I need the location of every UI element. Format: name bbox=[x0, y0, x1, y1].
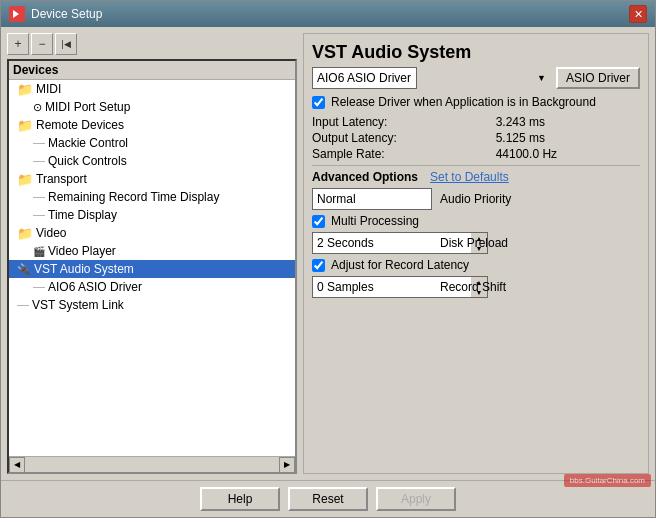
reset-to-default-button[interactable]: |◀ bbox=[55, 33, 77, 55]
tree-label-quick-controls: Quick Controls bbox=[48, 154, 127, 168]
input-latency-label: Input Latency: bbox=[312, 115, 480, 129]
leaf-icon-remaining: — bbox=[33, 190, 45, 204]
record-shift-label: Record Shift bbox=[440, 280, 506, 294]
sample-rate-value: 44100.0 Hz bbox=[496, 147, 640, 161]
tree-item-video-player[interactable]: 🎬 Video Player bbox=[9, 242, 295, 260]
driver-row: AIO6 ASIO Driver ASIO Driver bbox=[312, 67, 640, 89]
record-shift-row: ▲ ▼ Record Shift bbox=[312, 276, 640, 298]
audio-priority-select-wrapper: Normal Boost High bbox=[312, 188, 432, 210]
disk-preload-spinner: ▲ ▼ bbox=[312, 232, 432, 254]
tree-item-vst-system-link[interactable]: — VST System Link bbox=[9, 296, 295, 314]
tree-label-asio-driver: AIO6 ASIO Driver bbox=[48, 280, 142, 294]
disk-preload-label: Disk Preload bbox=[440, 236, 508, 250]
devices-tree[interactable]: 📁 MIDI ⊙ MIDI Port Setup 📁 Remote Device… bbox=[9, 80, 295, 456]
left-panel: + − |◀ Devices 📁 MIDI ⊙ MIDI Port Setup bbox=[7, 33, 297, 474]
scroll-right-button[interactable]: ▶ bbox=[279, 457, 295, 473]
devices-panel: Devices 📁 MIDI ⊙ MIDI Port Setup 📁 bbox=[7, 59, 297, 474]
apply-button[interactable]: Apply bbox=[376, 487, 456, 511]
audio-priority-row: Normal Boost High Audio Priority bbox=[312, 188, 640, 210]
vst-panel-title: VST Audio System bbox=[312, 42, 640, 63]
reset-button[interactable]: Reset bbox=[288, 487, 368, 511]
vst-audio-section: VST Audio System AIO6 ASIO Driver ASIO D… bbox=[303, 33, 649, 474]
separator bbox=[312, 165, 640, 166]
asio-driver-button[interactable]: ASIO Driver bbox=[556, 67, 640, 89]
tree-label-midi: MIDI bbox=[36, 82, 61, 96]
output-latency-label: Output Latency: bbox=[312, 131, 480, 145]
latency-grid: Input Latency: 3.243 ms Output Latency: … bbox=[312, 115, 640, 161]
disk-preload-row: ▲ ▼ Disk Preload bbox=[312, 232, 640, 254]
advanced-options-label[interactable]: Advanced Options bbox=[312, 170, 418, 184]
help-button[interactable]: Help bbox=[200, 487, 280, 511]
output-latency-value: 5.125 ms bbox=[496, 131, 640, 145]
audio-priority-select[interactable]: Normal Boost High bbox=[312, 188, 432, 210]
main-content: + − |◀ Devices 📁 MIDI ⊙ MIDI Port Setup bbox=[1, 27, 655, 480]
leaf-icon-time: — bbox=[33, 208, 45, 222]
input-latency-value: 3.243 ms bbox=[496, 115, 640, 129]
leaf-icon-vst-system: — bbox=[17, 298, 29, 312]
tree-label-vst-audio: VST Audio System bbox=[34, 262, 134, 276]
close-button[interactable]: ✕ bbox=[629, 5, 647, 23]
adjust-record-latency-row: Adjust for Record Latency bbox=[312, 258, 640, 272]
tree-item-time-display[interactable]: — Time Display bbox=[9, 206, 295, 224]
tree-item-vst-audio[interactable]: 🔌 VST Audio System bbox=[9, 260, 295, 278]
tree-item-transport[interactable]: 📁 Transport bbox=[9, 170, 295, 188]
set-defaults-link[interactable]: Set to Defaults bbox=[430, 170, 509, 184]
tree-label-vst-system-link: VST System Link bbox=[32, 298, 124, 312]
tree-item-quick-controls[interactable]: — Quick Controls bbox=[9, 152, 295, 170]
tree-label-midi-port-setup: MIDI Port Setup bbox=[45, 100, 130, 114]
multi-processing-label: Multi Processing bbox=[331, 214, 419, 228]
tree-label-mackie-control: Mackie Control bbox=[48, 136, 128, 150]
release-driver-row: Release Driver when Application is in Ba… bbox=[312, 95, 640, 109]
tree-label-time-display: Time Display bbox=[48, 208, 117, 222]
title-bar: Device Setup ✕ bbox=[1, 1, 655, 27]
adjust-record-latency-label: Adjust for Record Latency bbox=[331, 258, 469, 272]
toolbar: + − |◀ bbox=[7, 33, 297, 55]
devices-header: Devices bbox=[9, 61, 295, 80]
tree-label-remaining-record: Remaining Record Time Display bbox=[48, 190, 219, 204]
vst-icon: 🔌 bbox=[17, 263, 31, 276]
folder-icon-remote: 📁 bbox=[17, 118, 33, 133]
sample-rate-label: Sample Rate: bbox=[312, 147, 480, 161]
leaf-icon-quick: — bbox=[33, 154, 45, 168]
tree-item-video[interactable]: 📁 Video bbox=[9, 224, 295, 242]
tree-item-midi[interactable]: 📁 MIDI bbox=[9, 80, 295, 98]
right-panel: VST Audio System AIO6 ASIO Driver ASIO D… bbox=[303, 33, 649, 474]
tree-label-remote-devices: Remote Devices bbox=[36, 118, 124, 132]
folder-icon: 📁 bbox=[17, 82, 33, 97]
footer-bar: Help Reset Apply bbox=[1, 480, 655, 517]
title-bar-left: Device Setup bbox=[9, 6, 102, 22]
advanced-options-row: Advanced Options Set to Defaults bbox=[312, 170, 640, 184]
tree-item-remote-devices[interactable]: 📁 Remote Devices bbox=[9, 116, 295, 134]
add-button[interactable]: + bbox=[7, 33, 29, 55]
folder-icon-video: 📁 bbox=[17, 226, 33, 241]
scrollbar-track bbox=[25, 457, 279, 472]
release-driver-label: Release Driver when Application is in Ba… bbox=[331, 95, 596, 109]
svg-marker-0 bbox=[13, 10, 19, 18]
tree-item-remaining-record[interactable]: — Remaining Record Time Display bbox=[9, 188, 295, 206]
leaf-icon-mackie: — bbox=[33, 136, 45, 150]
driver-select-wrapper: AIO6 ASIO Driver bbox=[312, 67, 550, 89]
adjust-record-latency-checkbox[interactable] bbox=[312, 259, 325, 272]
driver-select[interactable]: AIO6 ASIO Driver bbox=[312, 67, 417, 89]
record-shift-spinner: ▲ ▼ bbox=[312, 276, 432, 298]
release-driver-checkbox[interactable] bbox=[312, 96, 325, 109]
leaf-icon-asio: — bbox=[33, 280, 45, 294]
multi-processing-row: Multi Processing bbox=[312, 214, 640, 228]
remove-button[interactable]: − bbox=[31, 33, 53, 55]
tree-item-asio-driver[interactable]: — AIO6 ASIO Driver bbox=[9, 278, 295, 296]
device-setup-window: Device Setup ✕ + − |◀ Devices 📁 MIDI bbox=[0, 0, 656, 518]
folder-icon-transport: 📁 bbox=[17, 172, 33, 187]
horizontal-scrollbar[interactable]: ◀ ▶ bbox=[9, 456, 295, 472]
midi-port-icon: ⊙ bbox=[33, 101, 42, 114]
window-title: Device Setup bbox=[31, 7, 102, 21]
watermark: bbs.GuitarChina.com bbox=[564, 474, 651, 487]
app-icon bbox=[9, 6, 25, 22]
tree-item-mackie-control[interactable]: — Mackie Control bbox=[9, 134, 295, 152]
tree-label-video: Video bbox=[36, 226, 66, 240]
audio-priority-label: Audio Priority bbox=[440, 192, 511, 206]
scroll-left-button[interactable]: ◀ bbox=[9, 457, 25, 473]
tree-label-transport: Transport bbox=[36, 172, 87, 186]
video-icon: 🎬 bbox=[33, 246, 45, 257]
tree-item-midi-port-setup[interactable]: ⊙ MIDI Port Setup bbox=[9, 98, 295, 116]
multi-processing-checkbox[interactable] bbox=[312, 215, 325, 228]
